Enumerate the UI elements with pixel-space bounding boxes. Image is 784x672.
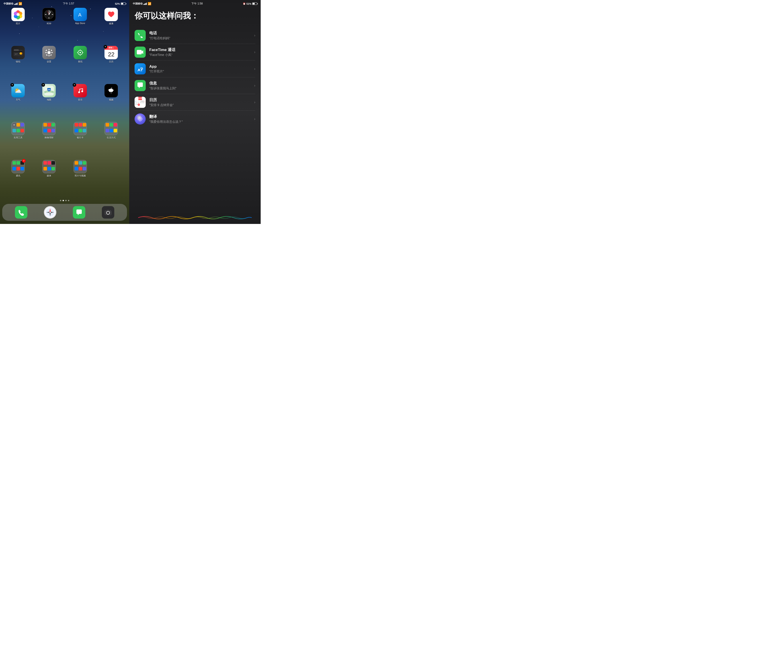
- folder-photovid-icon: [73, 160, 87, 173]
- photos-label: 照片: [16, 22, 20, 25]
- calendar-label: 日历: [109, 60, 114, 63]
- siri-signal-1: [143, 4, 144, 5]
- siri-signal-2: [145, 3, 145, 5]
- siri-item-translate[interactable]: 翻译 "我爱你用法语怎么说？" ›: [135, 111, 255, 127]
- app-music[interactable]: ✕ 音乐: [66, 84, 95, 120]
- svg-rect-36: [51, 50, 52, 51]
- app-health[interactable]: 健康: [97, 8, 126, 44]
- siri-cal-body: 日 一 二 三 四 五 六 1 2 3 4 5 6 7 8 9 22: [135, 100, 146, 108]
- siri-signal-bars: [143, 3, 147, 5]
- appstore-label: App Store: [75, 22, 85, 25]
- svg-rect-31: [48, 49, 50, 50]
- siri-messages-text: 信息 "告诉张晨我马上到": [149, 81, 254, 90]
- app-folder-media[interactable]: 媒体: [35, 160, 64, 196]
- siri-status-right: ⏰ 51%: [243, 2, 257, 5]
- app-folder-life[interactable]: 生活方式: [97, 122, 126, 158]
- svg-rect-28: [15, 54, 18, 54]
- svg-rect-61: [137, 50, 142, 54]
- comms-badge: 7: [22, 159, 26, 163]
- svg-text:A: A: [78, 12, 82, 18]
- svg-rect-29: [15, 54, 17, 55]
- siri-facetime-title: FaceTime 通话: [149, 47, 254, 52]
- health-label: 健康: [109, 22, 114, 25]
- siri-facetime-text: FaceTime 通话 "FaceTime 小凤": [149, 47, 254, 57]
- app-calendar[interactable]: ✕ 星期二 22 日历: [97, 46, 126, 82]
- siri-signal-3: [145, 3, 146, 5]
- wifi-icon: 📶: [19, 2, 22, 5]
- svg-text:tv: tv: [111, 92, 112, 93]
- siri-translate-title: 翻译: [149, 114, 254, 119]
- app-wallet[interactable]: 钱包: [3, 46, 33, 82]
- left-panel: 中国移动 📶 下午 1:57 52%: [0, 0, 129, 224]
- siri-messages-title: 信息: [149, 81, 254, 86]
- app-maps[interactable]: ✕ 280 地图: [35, 84, 64, 120]
- findmy-label: 查找: [78, 60, 82, 63]
- siri-calendar-subtitle: "安排 9 点钟开会": [149, 103, 254, 107]
- folder-tools-icon: ⊞: [11, 122, 25, 135]
- siri-item-phone[interactable]: 电话 "打电话给妈妈" ›: [135, 27, 255, 44]
- svg-point-60: [110, 211, 110, 212]
- page-dot-0[interactable]: [60, 200, 61, 201]
- app-photos[interactable]: 照片: [3, 8, 33, 44]
- siri-item-calendar[interactable]: 日历 日 一 二 三 四 五 六 1 2 3 4 5 6 7 8: [135, 94, 255, 111]
- siri-item-facetime[interactable]: FaceTime 通话 "FaceTime 小凤" ›: [135, 44, 255, 61]
- app-appletv[interactable]: tv 视频: [97, 84, 126, 120]
- siri-wave: [129, 213, 261, 222]
- siri-app-chevron: ›: [254, 67, 255, 71]
- folder-bank-icon: [73, 122, 87, 135]
- calendar-delete-badge[interactable]: ✕: [104, 45, 107, 48]
- app-folder-bank[interactable]: 银行卡: [66, 122, 95, 158]
- battery-percent: 52%: [115, 2, 120, 5]
- signal-bar-2: [15, 3, 16, 5]
- signal-bar-4: [17, 3, 18, 5]
- dock-phone[interactable]: [15, 206, 27, 219]
- siri-phone-icon: [135, 30, 146, 41]
- app-folder-tools[interactable]: ⊞ 实用工具: [3, 122, 33, 158]
- dock-camera-icon: [102, 206, 114, 219]
- app-appstore[interactable]: A App Store: [66, 8, 95, 44]
- svg-rect-27: [20, 52, 22, 54]
- maps-delete-badge[interactable]: ✕: [42, 83, 45, 87]
- siri-phone-title: 电话: [149, 31, 254, 36]
- music-delete-badge[interactable]: ✕: [73, 83, 76, 87]
- page-dot-2[interactable]: [65, 200, 67, 201]
- folder-life-icon: [104, 122, 118, 135]
- app-clock[interactable]: 12 3 9 6 时钟: [35, 8, 64, 44]
- svg-point-49: [81, 90, 83, 92]
- siri-time: 下午 1:58: [191, 2, 203, 6]
- page-dot-3[interactable]: [68, 200, 69, 201]
- app-folder-comms[interactable]: 7 通讯: [3, 160, 33, 196]
- siri-title: 你可以这样问我：: [135, 11, 255, 20]
- dock: [2, 204, 127, 221]
- folder-shopping-icon: [42, 122, 56, 135]
- page-dot-1[interactable]: [62, 200, 64, 201]
- dock-camera[interactable]: [102, 206, 114, 219]
- svg-rect-35: [45, 50, 47, 51]
- app-weather[interactable]: ✕ ⛅ 天气: [3, 84, 33, 120]
- wallet-icon: [11, 46, 25, 59]
- siri-calendar-chevron: ›: [254, 100, 255, 104]
- weather-delete-badge[interactable]: ✕: [11, 83, 14, 87]
- siri-item-app[interactable]: App "打开照片" ›: [135, 61, 255, 77]
- app-folder-photovid[interactable]: 照片与视频: [66, 160, 95, 196]
- svg-point-40: [79, 52, 81, 53]
- wallet-label: 钱包: [16, 60, 20, 63]
- findmy-icon: [73, 46, 87, 59]
- appletv-label: 视频: [109, 98, 114, 101]
- app-settings[interactable]: 设置: [35, 46, 64, 82]
- folder-media-label: 媒体: [47, 174, 51, 177]
- app-folder-shopping[interactable]: 购物理财: [35, 122, 64, 158]
- folder-shopping-label: 购物理财: [45, 136, 53, 139]
- app-findmy[interactable]: 查找: [66, 46, 95, 82]
- siri-item-messages[interactable]: 信息 "告诉张晨我马上到" ›: [135, 77, 255, 94]
- dock-safari[interactable]: [44, 206, 56, 219]
- siri-messages-subtitle: "告诉张晨我马上到": [149, 86, 254, 90]
- siri-translate-icon: [135, 114, 146, 124]
- siri-calendar-title: 日历: [149, 97, 254, 103]
- battery-fill: [121, 3, 123, 5]
- weather-label: 天气: [16, 98, 20, 101]
- siri-battery-icon: [252, 2, 257, 5]
- clock-icon: 12 3 9 6: [42, 8, 56, 21]
- dock-messages[interactable]: [73, 206, 86, 219]
- svg-point-54: [50, 212, 51, 213]
